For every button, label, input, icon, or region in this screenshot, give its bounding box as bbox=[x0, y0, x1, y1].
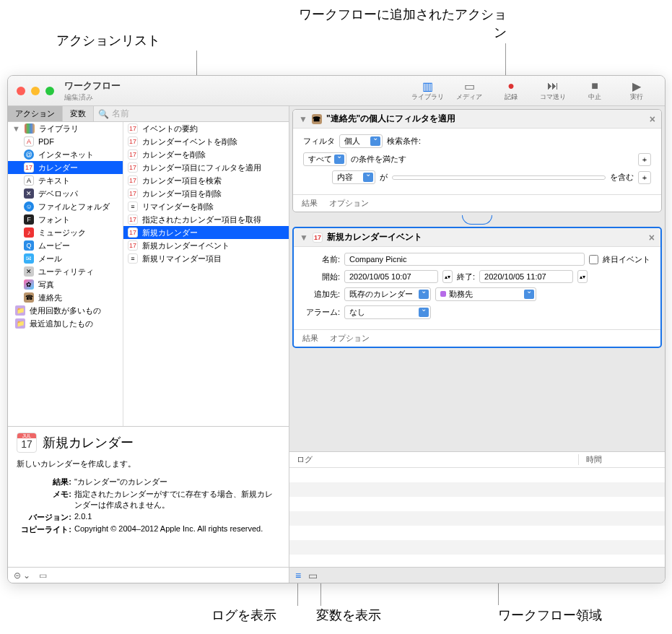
close-window-button[interactable] bbox=[17, 87, 25, 95]
action-connector bbox=[289, 215, 665, 224]
library-list[interactable]: ▼ライブラリ APDF @インターネット 17カレンダー Aテキスト ✕デベロッ… bbox=[8, 122, 123, 426]
title-block: ワークフロー 編集済み bbox=[64, 79, 408, 103]
callout-action-list: アクションリスト bbox=[56, 32, 160, 49]
action-item[interactable]: 17新規カレンダー bbox=[123, 226, 289, 239]
show-variables-button[interactable]: ▭ bbox=[308, 570, 318, 581]
options-icon[interactable]: ⊝ ⌄ bbox=[14, 570, 30, 581]
close-icon[interactable]: × bbox=[650, 113, 655, 125]
window-title: ワークフロー bbox=[64, 79, 408, 92]
filter-value-input[interactable] bbox=[392, 175, 606, 180]
lib-font[interactable]: Fフォント bbox=[8, 213, 123, 226]
callout-workflow-area: ワークフロー領域 bbox=[498, 607, 602, 624]
log-rows bbox=[289, 468, 665, 555]
step-button[interactable]: ⏭コマ送り bbox=[533, 79, 572, 102]
end-stepper[interactable]: ▴▾ bbox=[577, 270, 588, 283]
lib-most-used[interactable]: 📁使用回数が多いもの bbox=[8, 304, 123, 317]
calendar-select[interactable]: 勤務先 bbox=[435, 287, 536, 301]
condition-text: の条件を満たす bbox=[351, 154, 406, 165]
content-select[interactable]: 内容 bbox=[332, 170, 375, 184]
search-label: 検索条件: bbox=[387, 136, 421, 147]
automator-window: ワークフロー 編集済み ▥ライブラリ ▭メディア ●記録 ⏭コマ送り ■中止 ▶… bbox=[7, 75, 666, 583]
lib-recent[interactable]: 📁最近追加したもの bbox=[8, 317, 123, 330]
action-item[interactable]: 17カレンダー項目を検索 bbox=[123, 174, 289, 187]
action-item[interactable]: 17カレンダーイベントを削除 bbox=[123, 135, 289, 148]
all-select[interactable]: すべて bbox=[303, 152, 346, 166]
workflow-action-new-calendar-event[interactable]: ▼ 17 新規カレンダーイベント × 名前: Company Picnic 終日… bbox=[292, 227, 662, 348]
lib-files[interactable]: ☺ファイルとフォルダ bbox=[8, 200, 123, 213]
alarm-label: アラーム: bbox=[304, 307, 340, 318]
filter-select[interactable]: 個人 bbox=[339, 134, 383, 148]
event-name-input[interactable]: Company Picnic bbox=[344, 253, 585, 266]
callout-show-log: ログを表示 bbox=[211, 607, 276, 624]
lib-pdf[interactable]: APDF bbox=[8, 135, 123, 148]
stop-button[interactable]: ■中止 bbox=[575, 79, 614, 102]
alarm-select[interactable]: なし bbox=[344, 305, 431, 319]
lib-calendar[interactable]: 17カレンダー bbox=[8, 161, 123, 174]
action-item[interactable]: 17イベントの要約 bbox=[123, 122, 289, 135]
name-label: 名前: bbox=[304, 254, 340, 265]
lib-photo[interactable]: ✿写真 bbox=[8, 278, 123, 291]
search-icon: 🔍 bbox=[98, 109, 109, 119]
results-button[interactable]: 結果 bbox=[302, 198, 318, 209]
search-input[interactable]: 🔍名前 bbox=[94, 108, 289, 120]
disclosure-icon[interactable]: ▼ bbox=[299, 114, 307, 124]
right-bottom-bar: ≡ ▭ bbox=[289, 567, 665, 583]
action-title: 新規カレンダーイベント bbox=[327, 231, 422, 243]
end-date-input[interactable]: 2020/10/05 11:07 bbox=[479, 270, 573, 283]
callout-show-vars: 変数を表示 bbox=[316, 607, 381, 624]
start-label: 開始: bbox=[304, 272, 340, 282]
start-stepper[interactable]: ▴▾ bbox=[442, 270, 453, 283]
action-item[interactable]: 17指定されたカレンダー項目を取得 bbox=[123, 213, 289, 226]
tab-actions[interactable]: アクション bbox=[8, 106, 63, 121]
lib-developer[interactable]: ✕デベロッパ bbox=[8, 187, 123, 200]
library-toggle-button[interactable]: ▥ライブラリ bbox=[408, 79, 447, 102]
minimize-window-button[interactable] bbox=[31, 87, 40, 95]
action-item[interactable]: ≡新規リマインダー項目 bbox=[123, 252, 289, 265]
lib-utility[interactable]: ✕ユーティリティ bbox=[8, 265, 123, 278]
callout-line bbox=[320, 581, 321, 606]
callout-line bbox=[297, 581, 298, 606]
disclosure-icon[interactable]: ▼ bbox=[300, 233, 308, 243]
action-item[interactable]: 17カレンダー項目にフィルタを適用 bbox=[123, 161, 289, 174]
action-item[interactable]: 17新規カレンダーイベント bbox=[123, 239, 289, 252]
lib-internet[interactable]: @インターネット bbox=[8, 148, 123, 161]
action-list[interactable]: 17イベントの要約 17カレンダーイベントを削除 17カレンダーを削除 17カレ… bbox=[123, 122, 289, 426]
results-button[interactable]: 結果 bbox=[302, 333, 318, 344]
workflow-area[interactable]: ▼ ☎ "連絡先"の個人にフィルタを適用 × フィルタ 個人 検索条件: すべて bbox=[289, 106, 665, 583]
lib-music[interactable]: ♪ミュージック bbox=[8, 226, 123, 239]
show-log-button[interactable]: ≡ bbox=[295, 570, 301, 581]
close-icon[interactable]: × bbox=[649, 232, 655, 243]
log-column-header[interactable]: ログ bbox=[289, 454, 578, 465]
info-description: 新しいカレンダーを作成します。 bbox=[17, 459, 280, 469]
tab-variables[interactable]: 変数 bbox=[63, 106, 94, 121]
lib-text[interactable]: Aテキスト bbox=[8, 174, 123, 187]
lib-mail[interactable]: ✉メール bbox=[8, 252, 123, 265]
lib-contacts[interactable]: ☎連絡先 bbox=[8, 291, 123, 304]
allday-checkbox[interactable] bbox=[589, 255, 598, 264]
start-date-input[interactable]: 2020/10/05 10:07 bbox=[344, 270, 438, 283]
left-bottom-bar: ⊝ ⌄ ▭ bbox=[8, 567, 289, 583]
media-button[interactable]: ▭メディア bbox=[450, 79, 489, 102]
lib-movie[interactable]: Qムービー bbox=[8, 239, 123, 252]
view-icon[interactable]: ▭ bbox=[39, 570, 47, 581]
allday-label: 終日イベント bbox=[603, 254, 650, 265]
window-subtitle: 編集済み bbox=[64, 92, 408, 103]
options-button[interactable]: オプション bbox=[329, 198, 369, 209]
addto-select[interactable]: 既存のカレンダー bbox=[344, 287, 431, 301]
time-column-header[interactable]: 時間 bbox=[578, 454, 602, 465]
log-panel: ログ 時間 bbox=[289, 451, 665, 567]
end-label: 終了: bbox=[457, 272, 475, 282]
workflow-action-filter-contacts[interactable]: ▼ ☎ "連絡先"の個人にフィルタを適用 × フィルタ 個人 検索条件: すべて bbox=[292, 109, 662, 212]
calendar-icon: JUL17 bbox=[17, 433, 37, 453]
zoom-window-button[interactable] bbox=[45, 87, 54, 95]
record-button[interactable]: ●記録 bbox=[492, 79, 531, 102]
filter-label: フィルタ bbox=[303, 136, 335, 147]
add-rule-button[interactable]: + bbox=[638, 171, 651, 184]
options-button[interactable]: オプション bbox=[330, 333, 370, 344]
add-condition-button[interactable]: + bbox=[638, 153, 651, 166]
action-item[interactable]: 17カレンダーを削除 bbox=[123, 148, 289, 161]
library-root[interactable]: ▼ライブラリ bbox=[8, 122, 123, 135]
action-item[interactable]: ≡リマインダーを削除 bbox=[123, 200, 289, 213]
run-button[interactable]: ▶実行 bbox=[617, 79, 656, 102]
action-item[interactable]: 17カレンダー項目を削除 bbox=[123, 187, 289, 200]
